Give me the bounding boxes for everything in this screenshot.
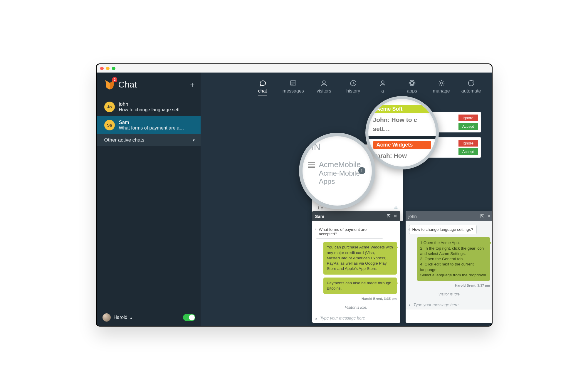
new-chat-button[interactable]: + xyxy=(190,80,194,89)
visitors-icon xyxy=(320,79,328,87)
user-name: Harold xyxy=(114,315,127,320)
accept-button[interactable]: Accept xyxy=(458,123,478,130)
mag-visitor: John: xyxy=(373,116,390,123)
message-composer: ▴ xyxy=(406,300,492,310)
salesforce-icon: ☁️ xyxy=(394,206,398,210)
user-avatar-icon xyxy=(103,313,111,322)
chat-name: Sam xyxy=(119,120,195,125)
gear-icon xyxy=(437,79,446,87)
atom-icon xyxy=(408,79,416,87)
sidebar-header: 2 Chat + xyxy=(97,73,201,98)
traffic-minimize-icon[interactable] xyxy=(106,67,110,70)
popout-icon[interactable]: ⇱ xyxy=(480,214,484,219)
svg-point-10 xyxy=(440,82,442,84)
mag-visit-badge: 1 xyxy=(358,167,365,174)
sidebar-chat-john[interactable]: Jo john How to change language sett… xyxy=(97,98,201,116)
panel-title: Sam xyxy=(315,214,325,219)
app-title: Chat xyxy=(118,80,137,90)
magnifier-visitor-card: / IN AcmeMobile Acme-Mobile-Apps 1 xyxy=(299,133,375,209)
svg-point-6 xyxy=(381,81,384,83)
svg-point-4 xyxy=(322,81,325,83)
nav-messages[interactable]: messages xyxy=(283,79,304,95)
agent-message: Payments can also be made through Bitcoi… xyxy=(323,278,397,294)
nav-automate[interactable]: automate xyxy=(461,79,481,95)
nav-label: chat xyxy=(258,88,267,95)
message-input[interactable] xyxy=(414,302,491,307)
close-icon[interactable]: ✕ xyxy=(394,214,397,219)
online-toggle[interactable] xyxy=(183,314,195,321)
nav-manage[interactable]: manage xyxy=(432,79,451,95)
chat-panel-john: john ⇱ ✕ How to change language settings… xyxy=(406,211,492,323)
nav-label: messages xyxy=(283,88,304,95)
message-meta: Harold Brent, 3:37 pm xyxy=(455,284,490,287)
chat-bubble-icon xyxy=(258,79,267,87)
mag-country: IN xyxy=(311,142,321,152)
sidebar-footer: Harold ▴ xyxy=(97,310,201,326)
mag-divider xyxy=(368,136,436,139)
other-active-chats-toggle[interactable]: Other active chats ▾ xyxy=(97,134,201,146)
nav-label: automate xyxy=(461,88,481,95)
visitor-idle-text: Visitor is idle. xyxy=(316,305,397,310)
expand-composer-icon[interactable]: ▴ xyxy=(315,316,317,320)
current-user-chip[interactable]: Harold ▴ xyxy=(103,313,132,322)
chat-count-badge: 2 xyxy=(112,77,117,82)
nav-label: apps xyxy=(407,88,417,95)
app-window: 2 Chat + Jo john How to change language … xyxy=(96,63,493,327)
top-nav: chat messages visitors history a xyxy=(201,73,492,95)
svg-point-7 xyxy=(409,82,415,84)
accept-button[interactable]: Accept xyxy=(458,148,478,155)
mag-text: How xyxy=(394,152,407,159)
other-chats-label: Other active chats xyxy=(104,137,145,143)
site-tag-acme-soft: Acme Soft xyxy=(373,105,431,113)
chat-panels-row: Sam ⇱ ✕ What forms of payment are accept… xyxy=(312,211,492,323)
agent-message: 1.Open the Acme App. 2. In the top right… xyxy=(417,237,490,281)
sidebar: 2 Chat + Jo john How to change language … xyxy=(97,73,201,326)
chat-preview: How to change language sett… xyxy=(119,107,195,112)
nav-apps[interactable]: apps xyxy=(403,79,421,95)
history-icon xyxy=(349,79,357,87)
nav-chat[interactable]: chat xyxy=(253,79,272,95)
refresh-icon xyxy=(467,79,475,87)
ignore-button[interactable]: Ignore xyxy=(458,140,478,147)
nav-label: manage xyxy=(433,88,450,95)
nav-label: a xyxy=(381,88,384,95)
caret-up-icon: ▴ xyxy=(130,316,132,319)
nav-history[interactable]: history xyxy=(344,79,363,95)
ignore-button[interactable]: Ignore xyxy=(458,115,478,121)
close-icon[interactable]: ✕ xyxy=(487,214,491,219)
mag-text: How to c xyxy=(392,116,417,123)
nav-label: history xyxy=(346,88,360,95)
visitor-message: How to change language settings? xyxy=(409,225,477,234)
mag-visitor: Sarah: xyxy=(373,152,392,159)
message-input[interactable] xyxy=(320,316,397,320)
panel-title: john xyxy=(409,214,417,219)
traffic-zoom-icon[interactable] xyxy=(112,67,115,70)
visitor-message: What forms of payment are accepted? xyxy=(316,225,383,239)
agent-message: You can purchase Acme Widgets with any m… xyxy=(323,242,397,274)
nav-label: visitors xyxy=(317,88,331,95)
person-icon xyxy=(379,79,387,87)
chat-preview: What forms of payment are a… xyxy=(119,125,195,131)
hamburger-icon xyxy=(308,162,315,168)
mac-titlebar xyxy=(97,64,492,73)
mag-group: AcmeMobile xyxy=(319,160,361,169)
popout-icon[interactable]: ⇱ xyxy=(387,214,391,219)
visitor-idle-text: Visitor is idle. xyxy=(409,292,490,296)
nav-truncated-a[interactable]: a xyxy=(373,79,392,95)
sidebar-chat-sam[interactable]: Sa Sam What forms of payment are a… xyxy=(97,116,201,134)
site-tag-acme-widgets: Acme Widgets xyxy=(373,141,431,149)
nav-visitors[interactable]: visitors xyxy=(315,79,333,95)
main-area: chat messages visitors history a xyxy=(201,73,492,326)
chat-panel-sam: Sam ⇱ ✕ What forms of payment are accept… xyxy=(312,211,400,323)
avatar: Jo xyxy=(104,102,115,112)
avatar: Sa xyxy=(104,120,115,130)
messages-icon xyxy=(289,79,297,87)
chat-name: john xyxy=(119,101,195,107)
chevron-down-icon: ▾ xyxy=(193,138,195,142)
cases-link[interactable]: 1 c xyxy=(317,206,323,210)
expand-composer-icon[interactable]: ▴ xyxy=(409,302,411,307)
traffic-close-icon[interactable] xyxy=(100,67,104,70)
app-logo-icon: 2 xyxy=(104,79,115,90)
message-meta: Harold Brent, 3:35 pm xyxy=(362,297,397,300)
magnifier-notifications: Acme Soft John: How to c sett… Acme Widg… xyxy=(365,96,439,169)
